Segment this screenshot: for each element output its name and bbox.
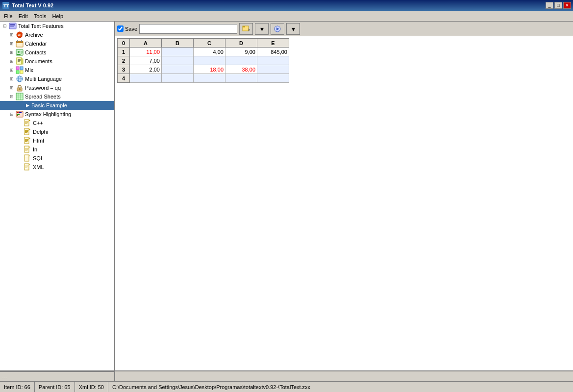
col-header-c: C <box>194 39 225 48</box>
contacts-icon <box>16 49 24 56</box>
cell-3-a[interactable]: 2,00 <box>130 65 162 74</box>
cell-4-b[interactable] <box>162 74 194 83</box>
svg-rect-18 <box>17 58 22 64</box>
sidebar-item-xml[interactable]: XML <box>0 163 114 172</box>
cell-4-a[interactable] <box>130 74 162 83</box>
expander-icon: ⊞ <box>8 57 16 65</box>
svg-rect-24 <box>16 67 19 70</box>
table-row: 3 2,00 18,00 38,00 <box>118 65 289 74</box>
svg-rect-3 <box>10 24 15 25</box>
sidebar-item-archive[interactable]: ⊞ AR Archive <box>0 30 114 39</box>
cell-4-d[interactable] <box>225 74 257 83</box>
svg-rect-4 <box>10 25 15 26</box>
toolbar-button-dropdown-2[interactable]: ▾ <box>286 23 300 35</box>
table-row: 2 7,00 <box>118 56 289 65</box>
sidebar-item-syntax-highlighting[interactable]: ⊟ Syntax Highlighting <box>0 110 114 119</box>
app-title: Total Text V 0.92 <box>12 2 546 8</box>
svg-rect-33 <box>16 93 23 100</box>
svg-text:AR: AR <box>18 33 23 37</box>
sidebar-item-label: Mix <box>25 67 33 73</box>
svg-rect-72 <box>25 167 28 167</box>
close-button[interactable]: ✕ <box>563 2 571 9</box>
cell-1-d[interactable]: 9,00 <box>225 48 257 56</box>
svg-text:TT: TT <box>3 3 9 8</box>
sidebar-item-multi-language[interactable]: ⊞ Multi Language <box>0 74 114 83</box>
cell-2-b[interactable] <box>162 56 194 65</box>
sidebar-item-basic-example[interactable]: ▶ Basic Example <box>0 101 114 110</box>
svg-marker-70 <box>29 164 30 165</box>
svg-rect-61 <box>25 148 28 148</box>
toolbar-button-1[interactable] <box>239 23 253 35</box>
svg-rect-75 <box>243 26 245 27</box>
cell-1-e[interactable]: 845,00 <box>257 48 289 56</box>
menu-file[interactable]: File <box>1 12 16 20</box>
toolbar-button-dropdown-1[interactable]: ▾ <box>255 23 269 35</box>
cell-4-e[interactable] <box>257 74 289 83</box>
minimize-button[interactable]: _ <box>546 2 553 9</box>
svg-rect-23 <box>22 59 23 64</box>
status-path: C:\Documents and Settings\Jesus\Desktop\… <box>108 382 573 392</box>
svg-rect-71 <box>25 166 28 166</box>
cell-1-b[interactable] <box>162 48 194 56</box>
svg-rect-56 <box>25 139 28 140</box>
sidebar-item-label: Html <box>33 138 44 144</box>
multi-language-icon <box>16 75 24 83</box>
row-num-1: 1 <box>118 48 130 56</box>
status-item-id: Item ID: 66 <box>0 382 35 392</box>
sidebar-item-total-text-features[interactable]: ⊟ Total Text Features <box>0 22 114 30</box>
sidebar-item-ini[interactable]: Ini <box>0 145 114 154</box>
sidebar-item-cpp[interactable]: C++ <box>0 119 114 127</box>
svg-rect-66 <box>25 157 28 157</box>
svg-rect-14 <box>17 54 21 55</box>
save-checkbox-container: Save <box>117 25 137 32</box>
sidebar-item-password[interactable]: ⊞ Password = qq <box>0 83 114 92</box>
col-header-d: D <box>225 39 257 48</box>
expander-icon: ⊞ <box>8 40 16 48</box>
sidebar-item-spread-sheets[interactable]: ⊟ Spread Sheets <box>0 92 114 101</box>
archive-icon: AR <box>16 31 24 39</box>
cell-2-e[interactable] <box>257 56 289 65</box>
svg-marker-55 <box>29 137 30 139</box>
formula-input[interactable] <box>139 24 237 34</box>
syntax-highlighting-icon <box>16 110 24 118</box>
mix-icon <box>16 66 24 74</box>
sidebar-item-sql[interactable]: SQL <box>0 154 114 163</box>
cell-4-c[interactable] <box>194 74 225 83</box>
cell-3-c[interactable]: 18,00 <box>194 65 225 74</box>
menu-help[interactable]: Help <box>49 12 66 20</box>
expander-icon: ⊞ <box>8 31 16 39</box>
col-header-0: 0 <box>118 39 130 48</box>
cell-2-c[interactable] <box>194 56 225 65</box>
documents-icon <box>16 57 24 65</box>
menu-tools[interactable]: Tools <box>31 12 50 20</box>
svg-rect-62 <box>25 149 28 149</box>
sidebar-item-documents[interactable]: ⊞ Documents <box>0 57 114 66</box>
cell-3-b[interactable] <box>162 65 194 74</box>
expander-icon: ⊟ <box>1 22 9 30</box>
cell-1-c[interactable]: 4,00 <box>194 48 225 56</box>
row-num-2: 2 <box>118 56 130 65</box>
cell-3-d[interactable]: 38,00 <box>225 65 257 74</box>
file-icon <box>24 154 31 162</box>
svg-rect-48 <box>25 123 27 124</box>
sidebar-item-label: XML <box>33 164 44 170</box>
menu-edit[interactable]: Edit <box>16 12 31 20</box>
cell-2-d[interactable] <box>225 56 257 65</box>
sidebar-item-delphi[interactable]: Delphi <box>0 127 114 136</box>
sidebar-item-mix[interactable]: ⊞ Mix <box>0 66 114 74</box>
save-checkbox[interactable] <box>117 25 124 32</box>
expander-icon: ⊞ <box>8 66 16 74</box>
cell-3-e[interactable] <box>257 65 289 74</box>
sidebar-note-text: --- <box>2 374 7 380</box>
sidebar-item-label: Basic Example <box>31 102 67 108</box>
content-area: Save ▾ ▾ <box>115 22 573 370</box>
toolbar-button-2[interactable] <box>271 23 284 35</box>
sidebar-item-calendar[interactable]: ⊞ Calendar <box>0 39 114 48</box>
status-xml-id: Xml ID: 50 <box>75 382 108 392</box>
sidebar-item-html[interactable]: Html <box>0 136 114 145</box>
cell-2-a[interactable]: 7,00 <box>130 56 162 65</box>
maximize-button[interactable]: □ <box>554 2 562 9</box>
cell-1-a[interactable]: 11,00 <box>130 48 162 56</box>
sidebar-item-contacts[interactable]: ⊞ Contacts <box>0 48 114 57</box>
calendar-icon <box>16 40 24 48</box>
